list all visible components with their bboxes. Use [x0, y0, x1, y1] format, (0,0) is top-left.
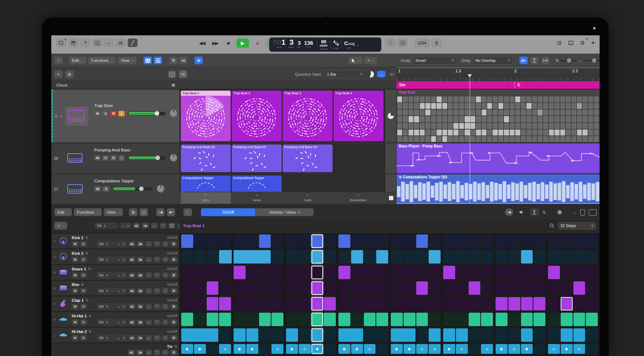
step-cell[interactable]: [508, 328, 520, 342]
step-cell[interactable]: [548, 328, 560, 342]
step-cell[interactable]: [351, 344, 363, 354]
step-cell[interactable]: [533, 328, 545, 342]
step-cell[interactable]: [351, 250, 363, 264]
stepper-icon[interactable]: ⇅: [88, 267, 91, 271]
solo-button[interactable]: S: [80, 335, 87, 341]
step-cell[interactable]: [338, 297, 350, 310]
step-cell[interactable]: [404, 266, 416, 279]
volume-slider[interactable]: [128, 112, 166, 115]
download-sounds-button[interactable]: [92, 39, 102, 47]
stepper-icon[interactable]: ⇅: [174, 345, 177, 348]
lcd-key[interactable]: CmajKEY ⌄: [342, 37, 362, 52]
pattern-rate-select[interactable]: /16⇅: [95, 223, 118, 229]
i-button[interactable]: I: [118, 111, 125, 116]
step-cell[interactable]: [469, 328, 481, 342]
layout-button[interactable]: ◫: [139, 208, 148, 216]
step-cell[interactable]: [521, 328, 533, 342]
step-cell[interactable]: [207, 344, 219, 354]
row-playmode-select[interactable]: →⇅: [115, 272, 127, 278]
step-cell[interactable]: [234, 250, 246, 264]
chord-region[interactable]: Dm: [397, 81, 514, 89]
step-cell[interactable]: [376, 234, 388, 248]
chevron-down-icon[interactable]: ⌄: [356, 43, 359, 47]
step-cell[interactable]: [416, 250, 428, 264]
step-cell[interactable]: [391, 234, 403, 248]
step-cell[interactable]: [324, 313, 336, 326]
step-cell[interactable]: [561, 344, 573, 354]
step-cell[interactable]: [586, 234, 598, 248]
row-random-button[interactable]: ⁘: [162, 288, 169, 294]
step-cell[interactable]: [259, 234, 271, 248]
pattern-playmode-select[interactable]: →⇅: [119, 223, 131, 229]
step-cell[interactable]: [259, 313, 271, 326]
step-cell[interactable]: [246, 234, 258, 248]
step-cell[interactable]: [561, 297, 573, 310]
row-playmode-select[interactable]: →⇅: [115, 257, 127, 262]
row-decrement-button[interactable]: ⌄: [145, 288, 152, 294]
step-cell[interactable]: [481, 234, 493, 248]
disclosure-icon[interactable]: >: [53, 255, 55, 259]
tuner-button[interactable]: [386, 39, 395, 47]
step-cell[interactable]: [508, 266, 520, 279]
r-button[interactable]: R: [110, 155, 117, 161]
loop-browser-button[interactable]: Ω: [578, 39, 587, 47]
step-cell[interactable]: [481, 250, 493, 264]
row-clear-button[interactable]: ⊠: [170, 241, 177, 247]
step-cell[interactable]: [481, 344, 493, 354]
row-increment-button[interactable]: ⌃: [154, 319, 160, 325]
notes-button[interactable]: [566, 39, 576, 47]
copy-pattern-button[interactable]: ⧉: [129, 208, 138, 216]
row-playmode-select[interactable]: →⇅: [115, 304, 127, 309]
duplicate-button[interactable]: ⧉: [65, 70, 74, 78]
step-cell[interactable]: [286, 344, 298, 354]
step-cell[interactable]: [311, 344, 323, 354]
loop-cell[interactable]: Trap Beat 2: [232, 91, 282, 141]
step-cell[interactable]: [533, 297, 545, 310]
mute-button[interactable]: M: [72, 319, 79, 325]
step-cell[interactable]: [338, 328, 351, 342]
row-increment-button[interactable]: ⌃: [154, 335, 160, 341]
row-rate-select[interactable]: /16⇅: [97, 241, 114, 247]
horizontal-zoom-slider[interactable]: ↔: [579, 58, 600, 63]
row-rate-select[interactable]: /16⇅: [97, 288, 114, 294]
step-cell[interactable]: [219, 328, 231, 342]
seq-menu-functions[interactable]: Functions⌄: [74, 208, 102, 216]
step-cell[interactable]: [181, 281, 193, 295]
step-cell[interactable]: [548, 281, 560, 295]
step-cell[interactable]: [376, 281, 388, 295]
step-cell[interactable]: [573, 281, 585, 295]
step-cell[interactable]: [181, 313, 193, 326]
metronome-button[interactable]: [432, 39, 441, 47]
step-cell[interactable]: [404, 344, 416, 354]
disclosure-icon[interactable]: ⌄: [53, 333, 56, 337]
step-cell[interactable]: [404, 250, 416, 264]
row-increment-button[interactable]: ⌃: [154, 257, 160, 262]
step-cell[interactable]: [469, 344, 481, 354]
row-increment-button[interactable]: ⌃: [154, 304, 160, 309]
step-cell[interactable]: [391, 266, 403, 279]
solo-button[interactable]: S: [80, 272, 87, 278]
row-clear-button[interactable]: ⊠: [170, 335, 177, 341]
row-decrement-button[interactable]: ⌄: [145, 319, 152, 325]
row-clear-button[interactable]: ⊠: [170, 288, 177, 294]
scene-trigger-breakdown[interactable]: ⌃Breakdown: [333, 192, 383, 204]
play-button[interactable]: ▶: [236, 39, 249, 48]
step-cell[interactable]: [573, 234, 585, 248]
row-clear-button[interactable]: ⊠: [170, 272, 177, 278]
volume-slider[interactable]: [113, 187, 152, 191]
tab-on-off[interactable]: On/Off: [201, 208, 255, 216]
step-cell[interactable]: [391, 281, 403, 295]
step-cell[interactable]: [586, 297, 598, 310]
step-grid[interactable]: [179, 265, 600, 280]
rewind-button[interactable]: ◀◀: [197, 39, 207, 47]
volume-knob[interactable]: [139, 186, 144, 191]
step-cell[interactable]: [404, 328, 416, 342]
record-enable-view-button[interactable]: ≡R: [179, 70, 187, 78]
add-scene-button[interactable]: +: [54, 70, 63, 78]
step-cell[interactable]: [469, 313, 481, 326]
step-cell[interactable]: [286, 297, 298, 310]
step-cell[interactable]: [259, 250, 271, 264]
s-button[interactable]: S: [102, 111, 109, 116]
step-cell[interactable]: [416, 281, 428, 295]
row-playmode-select[interactable]: →⇅: [115, 288, 127, 294]
